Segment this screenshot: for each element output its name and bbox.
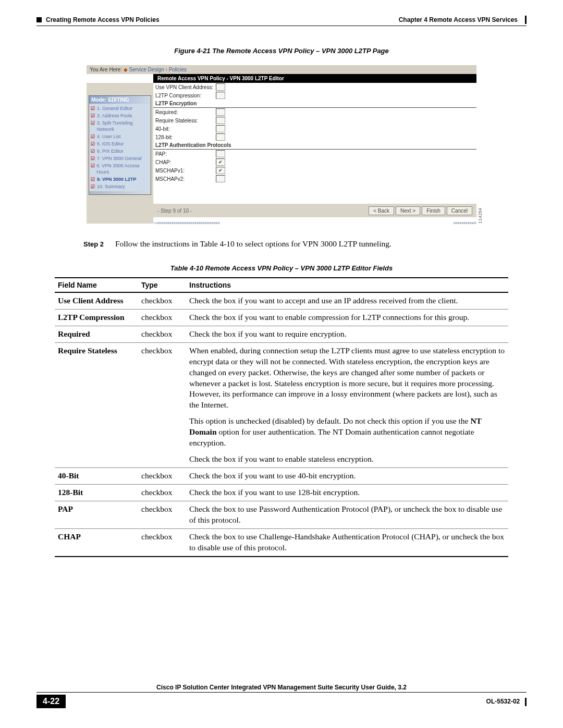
breadcrumb-bar: You Are Here: ◆ Service Design › Policie… [87, 65, 476, 74]
table-row: 40-Bit checkbox Check the box if you wan… [55, 467, 508, 484]
check-icon: ☑ [90, 148, 95, 154]
editor-title: Remote Access VPN Policy - VPN 3000 L2TP… [153, 74, 476, 83]
finish-button[interactable]: Finish [422, 206, 445, 215]
nav-item-7[interactable]: ☑7. VPN 3000 General [90, 155, 150, 162]
table-row: L2TP Compression checkbox Check the box … [55, 309, 508, 326]
dot-icon: ◆ [124, 67, 128, 72]
check-icon: ☑ [90, 176, 95, 182]
editor-body: Mode: EDITING ☑1. General Editor ☑2. Add… [87, 83, 476, 224]
section-l2tp-auth: L2TP Authentication Protocols [153, 141, 476, 150]
check-icon: ☑ [90, 133, 95, 140]
table-row: Use Client Address checkbox Check the bo… [55, 292, 508, 309]
nav-item-1[interactable]: ☑1. General Editor [90, 105, 150, 112]
wizard-sidebar: Mode: EDITING ☑1. General Editor ☑2. Add… [87, 83, 153, 224]
table-row: 128-Bit checkbox Check the box if you wa… [55, 484, 508, 501]
section-l2tp-encryption: L2TP Encryption [153, 100, 476, 108]
footer-bar-icon [525, 698, 527, 706]
nav-list: ☑1. General Editor ☑2. Address Pools ☑3.… [89, 104, 151, 191]
step-text-2: to select options for VPN 3000 L2TP tunn… [235, 239, 391, 248]
page-footer: Cisco IP Solution Center Integrated VPN … [31, 684, 532, 708]
instr-require-stateless: When enabled, during connection setup th… [186, 342, 508, 467]
row-pap: PAP: [153, 150, 476, 158]
checkbox-mschapv1[interactable]: ✔ [216, 167, 225, 174]
table-caption: Table 4-10 Remote Access VPN Policy – VP… [31, 264, 532, 272]
row-mschapv2: MSCHAPv2: [153, 175, 476, 183]
screenshot: You Are Here: ◆ Service Design › Policie… [87, 65, 476, 224]
nav-item-9-active[interactable]: ☑9. VPN 3000 L2TP [90, 176, 150, 183]
breadcrumb-link-1[interactable]: Service Design [129, 67, 164, 72]
nav-item-2[interactable]: ☑2. Address Pools [90, 112, 150, 119]
nav-item-6[interactable]: ☑6. PIX Editor [90, 147, 150, 155]
wizard-buttons: < Back Next > Finish Cancel [369, 206, 472, 215]
check-icon: ☑ [90, 113, 95, 119]
breadcrumb-label: You Are Here: [90, 67, 122, 72]
decor-stripe-right [454, 222, 476, 224]
figure-caption: Figure 4-21 The Remote Access VPN Policy… [31, 47, 532, 55]
page-number: 4-22 [36, 695, 66, 708]
checkbox-require-stateless[interactable] [216, 117, 225, 124]
decor-stripe-left [153, 222, 220, 224]
nav-item-4[interactable]: ☑4. User List [90, 133, 150, 140]
row-l2tp-compression: L2TP Compression: [153, 91, 476, 100]
checkbox-pap[interactable] [216, 150, 225, 157]
wizard-footer: - Step 9 of 10 - < Back Next > Finish Ca… [153, 204, 476, 217]
header-right: Chapter 4 Remote Access VPN Services [399, 16, 527, 24]
doc-id-wrap: OL-5532-02 [486, 697, 527, 706]
cancel-button[interactable]: Cancel [447, 206, 472, 215]
row-chap: CHAP:✔ [153, 158, 476, 166]
check-icon: ☑ [90, 105, 95, 112]
check-icon: ☑ [90, 155, 95, 162]
checkbox-use-client-address[interactable] [216, 83, 225, 91]
table-row: CHAP checkbox Check the box to use Chall… [55, 528, 508, 556]
table-row: PAP checkbox Check the box to use Passwo… [55, 501, 508, 528]
checkbox-l2tp-compression[interactable] [216, 92, 225, 99]
checkbox-required[interactable] [216, 108, 225, 116]
step-label: Step 2 [83, 240, 104, 248]
table-row: Required checkbox Check the box if you w… [55, 326, 508, 342]
step-instruction: Step 2 Follow the instructions in Table … [83, 239, 532, 249]
nav-item-10[interactable]: ☑10. Summary [90, 183, 150, 190]
header-left: Creating Remote Access VPN Policies [36, 16, 160, 23]
header-square-icon [36, 17, 42, 22]
check-icon: ☑ [90, 141, 95, 147]
header-rule [36, 26, 527, 26]
chevron-right-icon: › [166, 67, 167, 72]
back-button[interactable]: < Back [369, 206, 394, 215]
nav-item-8[interactable]: ☑8. VPN 3000 Access Hours [90, 162, 150, 176]
row-require-stateless: Require Stateless: [153, 116, 476, 125]
table-header-row: Field Name Type Instructions [55, 278, 508, 292]
mode-box: Mode: EDITING ☑1. General Editor ☑2. Add… [89, 95, 151, 195]
check-icon: ☑ [90, 120, 95, 126]
row-40bit: 40-bit: [153, 125, 476, 133]
row-required: Required: [153, 108, 476, 116]
row-mschapv1: MSCHAPv1:✔ [153, 166, 476, 175]
page-header: Creating Remote Access VPN Policies Chap… [31, 16, 532, 26]
th-field-name: Field Name [55, 278, 138, 292]
checkbox-128bit[interactable] [216, 133, 225, 141]
row-use-client-address: Use VPN Client Address: [153, 83, 476, 91]
header-left-text: Creating Remote Access VPN Policies [46, 16, 160, 23]
footer-row: 4-22 OL-5532-02 [31, 695, 532, 708]
checkbox-40bit[interactable] [216, 125, 225, 132]
checkbox-mschapv2[interactable] [216, 175, 225, 182]
checkbox-chap[interactable]: ✔ [216, 158, 225, 166]
check-icon: ☑ [90, 183, 95, 190]
doc-id: OL-5532-02 [486, 698, 520, 705]
document-page: Creating Remote Access VPN Policies Chap… [0, 0, 563, 728]
step-text-1: Follow the instructions in [115, 239, 200, 248]
header-right-text: Chapter 4 Remote Access VPN Services [399, 16, 518, 23]
step-indicator: - Step 9 of 10 - [157, 208, 192, 214]
image-id: 114284 [478, 208, 483, 224]
table-row: Require Stateless checkbox When enabled,… [55, 342, 508, 467]
fields-table: Field Name Type Instructions Use Client … [55, 277, 508, 557]
next-button[interactable]: Next > [396, 206, 420, 215]
breadcrumb-link-2[interactable]: Policies [169, 67, 187, 72]
editor-form: Use VPN Client Address: L2TP Compression… [153, 83, 476, 224]
table-reference-link[interactable]: Table 4-10 [200, 239, 235, 248]
th-instructions: Instructions [186, 278, 508, 292]
row-128bit: 128-bit: [153, 133, 476, 141]
mode-footer-stripe [89, 191, 151, 194]
nav-item-3[interactable]: ☑3. Split Tunneling Network [90, 119, 150, 133]
header-bar-icon [525, 16, 527, 24]
nav-item-5[interactable]: ☑5. IOS Editor [90, 140, 150, 147]
